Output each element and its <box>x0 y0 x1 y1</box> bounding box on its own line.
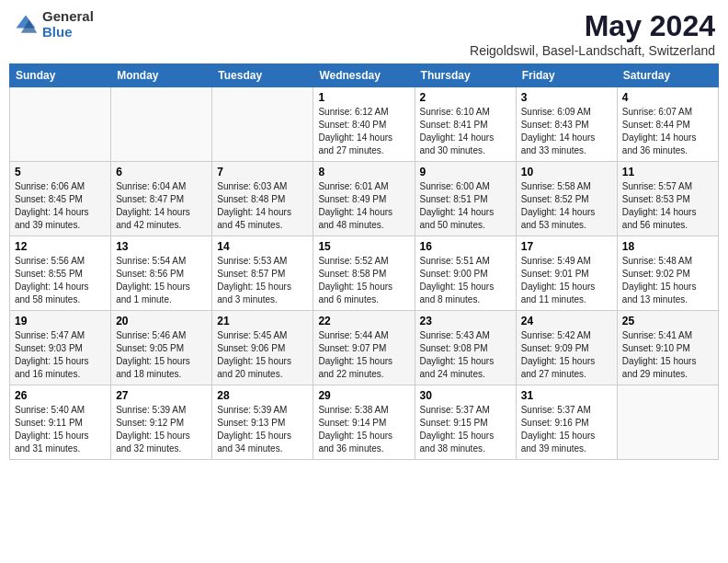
calendar-cell: 5Sunrise: 6:06 AMSunset: 8:45 PMDaylight… <box>10 162 111 236</box>
day-info: Sunrise: 6:04 AMSunset: 8:47 PMDaylight:… <box>116 180 207 232</box>
day-info: Sunrise: 5:56 AMSunset: 8:55 PMDaylight:… <box>15 255 106 306</box>
day-number: 15 <box>318 240 409 253</box>
day-number: 16 <box>420 240 511 253</box>
calendar-cell: 4Sunrise: 6:07 AMSunset: 8:44 PMDaylight… <box>617 87 718 162</box>
day-number: 22 <box>318 315 409 327</box>
day-number: 13 <box>116 240 207 253</box>
day-number: 28 <box>217 389 308 402</box>
weekday-header-tuesday: Tuesday <box>212 64 313 87</box>
calendar-cell: 31Sunrise: 5:37 AMSunset: 9:16 PMDayligh… <box>516 385 617 460</box>
day-info: Sunrise: 5:37 AMSunset: 9:15 PMDaylight:… <box>420 404 511 455</box>
day-info: Sunrise: 5:54 AMSunset: 8:56 PMDaylight:… <box>116 255 207 306</box>
calendar-cell: 12Sunrise: 5:56 AMSunset: 8:55 PMDayligh… <box>10 236 111 311</box>
day-number: 20 <box>116 315 207 327</box>
day-info: Sunrise: 5:58 AMSunset: 8:52 PMDaylight:… <box>521 180 612 232</box>
calendar-cell: 2Sunrise: 6:10 AMSunset: 8:41 PMDaylight… <box>415 87 516 162</box>
weekday-header-friday: Friday <box>516 64 617 87</box>
calendar-cell: 19Sunrise: 5:47 AMSunset: 9:03 PMDayligh… <box>10 311 111 385</box>
logo: General Blue <box>13 9 94 40</box>
calendar-cell: 7Sunrise: 6:03 AMSunset: 8:48 PMDaylight… <box>212 162 313 236</box>
calendar-cell: 20Sunrise: 5:46 AMSunset: 9:05 PMDayligh… <box>111 311 212 385</box>
weekday-header-monday: Monday <box>111 64 212 87</box>
calendar-cell: 27Sunrise: 5:39 AMSunset: 9:12 PMDayligh… <box>111 385 212 460</box>
day-info: Sunrise: 5:37 AMSunset: 9:16 PMDaylight:… <box>521 404 612 455</box>
day-info: Sunrise: 5:44 AMSunset: 9:07 PMDaylight:… <box>318 329 409 381</box>
weekday-header-row: SundayMondayTuesdayWednesdayThursdayFrid… <box>10 64 719 87</box>
week-row-3: 12Sunrise: 5:56 AMSunset: 8:55 PMDayligh… <box>10 236 719 311</box>
day-info: Sunrise: 5:46 AMSunset: 9:05 PMDaylight:… <box>116 329 207 381</box>
calendar-cell <box>111 87 212 162</box>
day-number: 9 <box>420 166 511 178</box>
calendar-table: SundayMondayTuesdayWednesdayThursdayFrid… <box>9 63 719 460</box>
calendar-cell: 10Sunrise: 5:58 AMSunset: 8:52 PMDayligh… <box>516 162 617 236</box>
calendar-cell: 29Sunrise: 5:38 AMSunset: 9:14 PMDayligh… <box>313 385 415 460</box>
day-number: 6 <box>116 166 207 178</box>
day-info: Sunrise: 5:53 AMSunset: 8:57 PMDaylight:… <box>217 255 308 306</box>
day-info: Sunrise: 5:39 AMSunset: 9:12 PMDaylight:… <box>116 404 207 455</box>
day-info: Sunrise: 5:48 AMSunset: 9:02 PMDaylight:… <box>622 255 713 306</box>
day-info: Sunrise: 5:41 AMSunset: 9:10 PMDaylight:… <box>622 329 713 381</box>
calendar-cell: 8Sunrise: 6:01 AMSunset: 8:49 PMDaylight… <box>313 162 415 236</box>
calendar-cell: 25Sunrise: 5:41 AMSunset: 9:10 PMDayligh… <box>617 311 718 385</box>
day-info: Sunrise: 5:52 AMSunset: 8:58 PMDaylight:… <box>318 255 409 306</box>
calendar-cell: 17Sunrise: 5:49 AMSunset: 9:01 PMDayligh… <box>516 236 617 311</box>
week-row-4: 19Sunrise: 5:47 AMSunset: 9:03 PMDayligh… <box>10 311 719 385</box>
day-number: 1 <box>318 91 409 104</box>
day-info: Sunrise: 5:43 AMSunset: 9:08 PMDaylight:… <box>420 329 511 381</box>
day-info: Sunrise: 5:38 AMSunset: 9:14 PMDaylight:… <box>318 404 409 455</box>
day-number: 12 <box>15 240 106 253</box>
calendar-cell: 6Sunrise: 6:04 AMSunset: 8:47 PMDaylight… <box>111 162 212 236</box>
logo-blue-text: Blue <box>42 25 94 40</box>
weekday-header-thursday: Thursday <box>415 64 516 87</box>
calendar-cell: 16Sunrise: 5:51 AMSunset: 9:00 PMDayligh… <box>415 236 516 311</box>
day-number: 10 <box>521 166 612 178</box>
day-info: Sunrise: 5:47 AMSunset: 9:03 PMDaylight:… <box>15 329 106 381</box>
day-info: Sunrise: 6:09 AMSunset: 8:43 PMDaylight:… <box>521 106 612 157</box>
calendar-cell: 11Sunrise: 5:57 AMSunset: 8:53 PMDayligh… <box>617 162 718 236</box>
day-info: Sunrise: 6:07 AMSunset: 8:44 PMDaylight:… <box>622 106 713 157</box>
calendar-cell: 21Sunrise: 5:45 AMSunset: 9:06 PMDayligh… <box>212 311 313 385</box>
day-info: Sunrise: 6:06 AMSunset: 8:45 PMDaylight:… <box>15 180 106 232</box>
day-number: 18 <box>622 240 713 253</box>
calendar-cell: 15Sunrise: 5:52 AMSunset: 8:58 PMDayligh… <box>313 236 415 311</box>
day-info: Sunrise: 5:57 AMSunset: 8:53 PMDaylight:… <box>622 180 713 232</box>
day-number: 24 <box>521 315 612 327</box>
title-block: May 2024 Reigoldswil, Basel-Landschaft, … <box>470 9 715 58</box>
day-number: 26 <box>15 389 106 402</box>
day-number: 21 <box>217 315 308 327</box>
calendar-cell: 18Sunrise: 5:48 AMSunset: 9:02 PMDayligh… <box>617 236 718 311</box>
calendar-cell: 26Sunrise: 5:40 AMSunset: 9:11 PMDayligh… <box>10 385 111 460</box>
week-row-2: 5Sunrise: 6:06 AMSunset: 8:45 PMDaylight… <box>10 162 719 236</box>
calendar-cell: 1Sunrise: 6:12 AMSunset: 8:40 PMDaylight… <box>313 87 415 162</box>
calendar-cell: 3Sunrise: 6:09 AMSunset: 8:43 PMDaylight… <box>516 87 617 162</box>
calendar-cell: 13Sunrise: 5:54 AMSunset: 8:56 PMDayligh… <box>111 236 212 311</box>
day-number: 3 <box>521 91 612 104</box>
day-number: 31 <box>521 389 612 402</box>
day-info: Sunrise: 5:40 AMSunset: 9:11 PMDaylight:… <box>15 404 106 455</box>
calendar-cell: 30Sunrise: 5:37 AMSunset: 9:15 PMDayligh… <box>415 385 516 460</box>
week-row-5: 26Sunrise: 5:40 AMSunset: 9:11 PMDayligh… <box>10 385 719 460</box>
logo-text: General Blue <box>42 9 94 40</box>
day-info: Sunrise: 5:49 AMSunset: 9:01 PMDaylight:… <box>521 255 612 306</box>
day-number: 8 <box>318 166 409 178</box>
day-info: Sunrise: 6:12 AMSunset: 8:40 PMDaylight:… <box>318 106 409 157</box>
weekday-header-sunday: Sunday <box>10 64 111 87</box>
day-info: Sunrise: 6:01 AMSunset: 8:49 PMDaylight:… <box>318 180 409 232</box>
logo-general-text: General <box>42 9 94 25</box>
calendar-cell: 24Sunrise: 5:42 AMSunset: 9:09 PMDayligh… <box>516 311 617 385</box>
day-number: 30 <box>420 389 511 402</box>
day-info: Sunrise: 5:42 AMSunset: 9:09 PMDaylight:… <box>521 329 612 381</box>
day-number: 5 <box>15 166 106 178</box>
calendar-cell: 14Sunrise: 5:53 AMSunset: 8:57 PMDayligh… <box>212 236 313 311</box>
day-number: 19 <box>15 315 106 327</box>
location-subtitle: Reigoldswil, Basel-Landschaft, Switzerla… <box>470 43 715 58</box>
calendar-cell: 9Sunrise: 6:00 AMSunset: 8:51 PMDaylight… <box>415 162 516 236</box>
calendar-cell <box>212 87 313 162</box>
month-year-title: May 2024 <box>470 9 715 43</box>
day-number: 4 <box>622 91 713 104</box>
calendar-cell: 22Sunrise: 5:44 AMSunset: 9:07 PMDayligh… <box>313 311 415 385</box>
day-number: 2 <box>420 91 511 104</box>
weekday-header-saturday: Saturday <box>617 64 718 87</box>
day-info: Sunrise: 5:39 AMSunset: 9:13 PMDaylight:… <box>217 404 308 455</box>
page-header: General Blue May 2024 Reigoldswil, Basel… <box>9 9 719 58</box>
